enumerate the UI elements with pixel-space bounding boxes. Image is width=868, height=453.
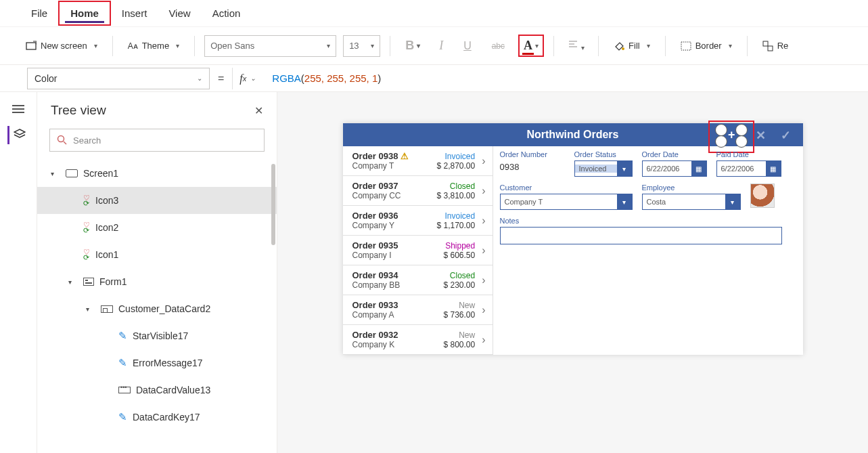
- fx-icon[interactable]: fx⌄: [232, 68, 258, 89]
- property-dropdown[interactable]: Color ⌄: [27, 68, 210, 89]
- edit-form: Order Number 0938 Order Status Invoiced▾…: [493, 146, 803, 355]
- order-amount: $ 1,170.00: [436, 221, 475, 230]
- scrollbar-thumb[interactable]: [271, 164, 275, 245]
- order-row[interactable]: Order 0936Company YInvoiced$ 1,170.00›: [343, 206, 493, 236]
- calendar-icon: ▦: [766, 161, 781, 176]
- tree-list: ▾Screen1♡⟳Icon3♡⟳Icon2♡⟳Icon1▾Form1▾Cust…: [37, 160, 277, 453]
- menu-home[interactable]: Home: [58, 1, 111, 26]
- icon-control-icon: ♡⟳: [83, 249, 90, 260]
- svg-rect-0: [26, 43, 36, 49]
- hamburger-icon[interactable]: [12, 103, 24, 115]
- formula-bar: Color ⌄ = fx⌄ RGBA(255, 255, 255, 1): [0, 65, 868, 92]
- customer-dropdown[interactable]: Company T▾: [500, 194, 633, 210]
- tree-node[interactable]: DataCardValue13: [37, 376, 277, 404]
- svg-point-5: [58, 136, 64, 142]
- tree-node[interactable]: ✎StarVisible17: [37, 322, 277, 349]
- strikethrough-button[interactable]: abc: [485, 41, 511, 51]
- app-title: Northwind Orders: [526, 129, 618, 141]
- font-name-dropdown[interactable]: Open Sans▾: [204, 35, 336, 57]
- employee-dropdown[interactable]: Costa▾: [642, 194, 741, 210]
- menu-action[interactable]: Action: [202, 2, 252, 24]
- align-button[interactable]: ▾: [564, 39, 589, 52]
- tree-node[interactable]: ✎DataCardKey17: [37, 404, 277, 431]
- bold-button[interactable]: B▾: [400, 39, 426, 53]
- tree-node[interactable]: ♡⟳Icon1: [37, 241, 277, 268]
- chevron-right-icon: ›: [479, 215, 485, 227]
- search-placeholder: Search: [73, 135, 101, 146]
- order-date-input[interactable]: 6/22/2006▦: [642, 160, 707, 177]
- customer-label: Customer: [500, 184, 633, 192]
- order-number-label: Order Number: [500, 150, 565, 158]
- tree-node[interactable]: ♡⟳Icon3: [37, 187, 277, 214]
- order-name: Order 0938: [352, 151, 398, 161]
- order-status-dropdown[interactable]: Invoiced▾: [574, 160, 633, 177]
- order-amount: $ 606.50: [443, 251, 475, 260]
- expand-caret[interactable]: ▾: [51, 170, 60, 177]
- workspace: Tree view ✕ Search ▾Screen1♡⟳Icon3♡⟳Icon…: [0, 92, 868, 453]
- form-icon: [83, 278, 94, 286]
- tree-node-label: Icon2: [95, 222, 118, 233]
- chevron-right-icon: ›: [479, 155, 485, 167]
- order-row[interactable]: Order 0937Company CCClosed$ 3,810.00›: [343, 176, 493, 206]
- chevron-right-icon: ›: [479, 185, 485, 197]
- border-button[interactable]: Border▾: [675, 38, 737, 54]
- order-company: Company K: [352, 340, 440, 349]
- submit-icon[interactable]: ✓: [781, 128, 791, 143]
- chevron-down-icon: ▾: [176, 42, 179, 49]
- chevron-down-icon: ▾: [581, 44, 585, 51]
- cancel-icon[interactable]: ✕: [756, 128, 766, 143]
- font-size-dropdown[interactable]: 13▾: [343, 35, 380, 57]
- menu-file[interactable]: File: [20, 2, 58, 24]
- order-row[interactable]: Order 0932Company KNew$ 800.00›: [343, 325, 493, 355]
- textinput-icon: [118, 387, 131, 393]
- chevron-right-icon: ›: [479, 304, 485, 316]
- separator: [390, 36, 390, 56]
- reorder-button[interactable]: Re: [757, 38, 794, 54]
- tree-node[interactable]: ♡⟳Icon2: [37, 214, 277, 241]
- order-row[interactable]: Order 0938⚠Company TInvoiced$ 2,870.00›: [343, 146, 493, 176]
- notes-input[interactable]: [500, 227, 782, 244]
- order-name: Order 0935: [352, 240, 398, 251]
- menu-bar: File Home Insert View Action: [0, 0, 868, 27]
- menu-view[interactable]: View: [158, 2, 201, 24]
- theme-icon: Aᴀ: [128, 41, 138, 51]
- new-screen-icon: [26, 41, 37, 51]
- chevron-down-icon: ▾: [725, 194, 740, 209]
- menu-insert[interactable]: Insert: [111, 2, 158, 24]
- order-gallery[interactable]: Order 0938⚠Company TInvoiced$ 2,870.00›O…: [343, 146, 493, 355]
- theme-button[interactable]: Aᴀ Theme▾: [122, 38, 185, 53]
- order-row[interactable]: Order 0934Company BBClosed$ 230.00›: [343, 265, 493, 295]
- tree-node[interactable]: ▾Screen1: [37, 160, 277, 187]
- app-header: Northwind Orders + ✕ ✓: [343, 123, 803, 146]
- font-color-button[interactable]: A▾: [518, 35, 544, 57]
- tree-node[interactable]: ✎ErrorMessage17: [37, 349, 277, 376]
- control-icon: ✎: [118, 357, 127, 369]
- paid-date-input[interactable]: 6/22/2006▦: [716, 160, 781, 177]
- order-company: Company I: [352, 251, 440, 260]
- property-value: Color: [35, 73, 57, 84]
- new-screen-button[interactable]: New screen▾: [20, 38, 103, 54]
- fill-button[interactable]: Fill▾: [608, 38, 656, 54]
- app-body: Order 0938⚠Company TInvoiced$ 2,870.00›O…: [343, 146, 803, 355]
- formula-input[interactable]: RGBA(255, 255, 255, 1): [265, 72, 381, 85]
- underline-button[interactable]: U: [457, 40, 478, 52]
- expand-caret[interactable]: ▾: [86, 305, 95, 313]
- chevron-right-icon: ›: [479, 334, 485, 346]
- tree-view-rail-icon[interactable]: [7, 126, 30, 144]
- employee-label: Employee: [642, 184, 741, 192]
- notes-label: Notes: [500, 217, 796, 225]
- chevron-down-icon: ▾: [327, 42, 330, 49]
- order-row[interactable]: Order 0933Company ANew$ 736.00›: [343, 295, 493, 325]
- tree-node[interactable]: ▾Form1: [37, 268, 277, 295]
- tree-node-label: DataCardKey17: [133, 412, 200, 423]
- italic-button[interactable]: I: [432, 39, 450, 53]
- fill-label: Fill: [629, 41, 640, 51]
- order-row[interactable]: Order 0935Company IShipped$ 606.50›: [343, 236, 493, 265]
- tree-search-input[interactable]: Search: [49, 129, 265, 152]
- order-status: Invoiced: [436, 152, 475, 161]
- close-icon[interactable]: ✕: [254, 104, 263, 117]
- expand-caret[interactable]: ▾: [68, 278, 78, 286]
- tree-node[interactable]: ▾Customer_DataCard2: [37, 295, 277, 322]
- order-status: Closed: [436, 181, 475, 191]
- separator: [553, 36, 554, 56]
